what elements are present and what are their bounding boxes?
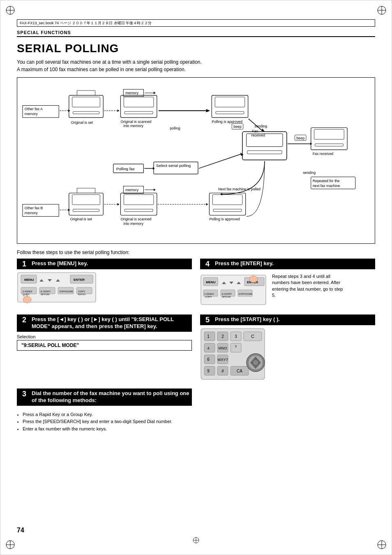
- svg-marker-98: [206, 203, 208, 206]
- svg-text:Polling fax: Polling fax: [116, 166, 135, 171]
- svg-text:C: C: [251, 334, 254, 339]
- intro-line-2: A maximum of 100 fax machines can be pol…: [17, 66, 375, 73]
- svg-point-170: [253, 360, 258, 365]
- svg-text:Select serial polling: Select serial polling: [156, 163, 191, 168]
- svg-text:EXPOSURE: EXPOSURE: [60, 290, 73, 293]
- svg-rect-143: [204, 332, 215, 341]
- svg-text:SP.FUN: SP.FUN: [222, 296, 231, 298]
- svg-rect-77: [69, 193, 103, 215]
- file-info-bar: FAX-FX13_sec.book 74 ページ ２００７年１１月２８日 水曜日…: [17, 19, 375, 27]
- svg-text:1: 1: [207, 334, 210, 339]
- step-3-title: Dial the number of the fax machine you w…: [32, 390, 189, 404]
- svg-text:MNO: MNO: [219, 346, 227, 350]
- step-5-header: 5 Press the [START] key ( ).: [200, 314, 375, 325]
- step-1-num: 1: [19, 260, 29, 268]
- steps-intro: Follow these steps to use the serial pol…: [17, 250, 375, 255]
- svg-marker-67: [240, 153, 244, 156]
- intro-line-1: You can poll several fax machines one at…: [17, 58, 375, 66]
- menu-keypad-svg: MENU ENTER 2-SIDED COPY E-SORT/ SP.FUN E…: [17, 272, 99, 305]
- svg-rect-92: [120, 193, 157, 215]
- svg-rect-161: [204, 366, 215, 375]
- section-header: SPECIAL FUNCTIONS: [17, 30, 375, 37]
- corner-mark-tr: [376, 5, 387, 16]
- step-2: 2 Press the [◄] key ( ) or [►] key ( ) u…: [17, 314, 192, 384]
- svg-text:Original is set: Original is set: [71, 120, 93, 125]
- svg-rect-40: [216, 111, 244, 114]
- main-title: SERIAL POLLING: [17, 42, 375, 55]
- step-4-header: 4 Press the [ENTER] key.: [200, 259, 375, 269]
- step-3-item-3: Enter a fax number with the numeric keys…: [23, 426, 192, 432]
- svg-rect-78: [72, 194, 100, 205]
- svg-point-141: [249, 276, 258, 282]
- step-5: 5 Press the [START] key ( ). 1 2 3: [200, 314, 375, 384]
- svg-text:Other fax B: Other fax B: [25, 206, 43, 210]
- start-keypad-svg: 1 2 3 C 4 MNO 5 6: [200, 328, 266, 381]
- svg-text:6: 6: [207, 357, 210, 362]
- svg-text:ENTER: ENTER: [74, 278, 85, 282]
- svg-rect-55: [314, 129, 344, 139]
- page-outer: FAX-FX13_sec.book 74 ページ ２００７年１１月２８日 水曜日…: [0, 0, 392, 555]
- svg-text:Original is set: Original is set: [70, 217, 92, 221]
- svg-text:SP.FUN: SP.FUN: [41, 293, 49, 296]
- diagram-svg: Other fax A memory Original is set: [21, 82, 371, 238]
- file-info-text: FAX-FX13_sec.book 74 ページ ２００７年１１月２８日 水曜日…: [20, 21, 152, 26]
- svg-marker-25: [118, 109, 120, 112]
- svg-rect-56: [315, 144, 344, 146]
- svg-text:2-SIDED: 2-SIDED: [23, 290, 32, 293]
- svg-rect-101: [213, 209, 242, 212]
- svg-rect-151: [204, 343, 215, 352]
- svg-text:into memory: into memory: [123, 222, 143, 226]
- svg-text:Fax: Fax: [252, 129, 258, 133]
- svg-text:EXPOSURE: EXPOSURE: [239, 293, 252, 295]
- svg-text:2: 2: [221, 334, 224, 339]
- svg-marker-87: [118, 203, 120, 206]
- step-1-header: 1 Press the [MENU] key.: [17, 259, 192, 269]
- page-content: SPECIAL FUNCTIONS SERIAL POLLING You can…: [17, 30, 375, 538]
- svg-text:Original is scanned: Original is scanned: [120, 120, 151, 124]
- corner-mark-bl: [5, 539, 16, 550]
- svg-rect-17: [73, 111, 99, 114]
- step-2-title: Press the [◄] key ( ) or [►] key ( ) unt…: [32, 316, 189, 330]
- svg-marker-29: [154, 92, 156, 94]
- svg-rect-16: [72, 97, 100, 107]
- svg-line-66: [199, 154, 242, 168]
- svg-text:MENU: MENU: [206, 280, 216, 284]
- bottom-center-mark: [192, 536, 200, 546]
- svg-rect-49: [247, 150, 282, 154]
- page-number: 74: [17, 527, 24, 534]
- svg-text:CA: CA: [237, 369, 242, 373]
- step-3-item-1: Press a Rapid Key or a Group Key.: [23, 412, 192, 418]
- svg-text:polling: polling: [170, 126, 180, 130]
- svg-text:beep: beep: [233, 125, 242, 129]
- svg-text:COPY: COPY: [78, 290, 85, 293]
- svg-text:9: 9: [207, 369, 210, 373]
- svg-text:RATIO: RATIO: [78, 293, 85, 296]
- svg-text:WXY7: WXY7: [217, 358, 228, 362]
- step-4-body: Repeat steps 3 and 4 until all numbers h…: [272, 272, 346, 301]
- diagram-container: Other fax A memory Original is set: [17, 77, 375, 244]
- svg-text:E-SORT/: E-SORT/: [222, 293, 232, 295]
- svg-text:#: #: [221, 369, 224, 373]
- svg-text:memory: memory: [25, 211, 38, 215]
- svg-text:next fax machine: next fax machine: [313, 184, 340, 188]
- svg-rect-15: [69, 95, 103, 118]
- svg-marker-91: [154, 189, 156, 191]
- step-3-body: Press a Rapid Key or a Group Key. Press …: [17, 408, 192, 435]
- corner-mark-tl: [5, 5, 16, 16]
- svg-text:sending: sending: [254, 124, 267, 128]
- intro-text: You can poll several fax machines one at…: [17, 58, 375, 73]
- enter-keypad-svg: MENU ENTER 2-SIDED COPY E-SORT/ SP.FUN: [200, 274, 268, 307]
- selection-box: "9:SERIAL POLL MODE": [17, 340, 192, 351]
- svg-rect-30: [120, 95, 157, 118]
- step-4: 4 Press the [ENTER] key. MENU ENTER: [200, 259, 375, 310]
- step-4-num: 4: [203, 260, 212, 268]
- step-2-header: 2 Press the [◄] key ( ) or [►] key ( ) u…: [17, 314, 192, 332]
- svg-rect-100: [212, 194, 242, 205]
- svg-marker-51: [261, 128, 265, 132]
- corner-mark-br: [376, 539, 387, 550]
- svg-rect-31: [124, 97, 154, 107]
- step-3-num: 3: [19, 390, 29, 398]
- step-1: 1 Press the [MENU] key. MENU ENTER: [17, 259, 192, 310]
- svg-rect-94: [125, 209, 153, 212]
- svg-text:Next fax machine is polled: Next fax machine is polled: [218, 187, 261, 191]
